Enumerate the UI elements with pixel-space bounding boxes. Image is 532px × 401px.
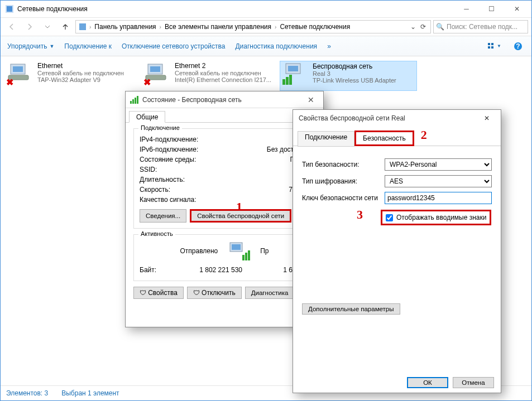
dialog-title: Свойства беспроводной сети Real bbox=[299, 114, 478, 122]
dialog-titlebar: Свойства беспроводной сети Real ✕ bbox=[293, 110, 501, 127]
forward-button[interactable] bbox=[22, 20, 37, 33]
toolbar-disable-device[interactable]: Отключение сетевого устройства bbox=[122, 42, 225, 50]
disable-button[interactable]: 🛡 Отключить bbox=[187, 287, 242, 299]
show-characters-label: Отображать вводимые знаки bbox=[396, 214, 486, 221]
cancel-button[interactable]: Отмена bbox=[453, 377, 494, 388]
network-adapter-icon: ✖ bbox=[7, 62, 33, 88]
svg-rect-19 bbox=[289, 75, 292, 85]
ipv4-label: IPv4-подключение: bbox=[140, 136, 294, 143]
svg-rect-6 bbox=[491, 46, 493, 49]
toolbar-connect[interactable]: Подключение к bbox=[64, 42, 112, 50]
received-label: Пр bbox=[260, 247, 269, 255]
close-button[interactable]: ✕ bbox=[478, 114, 495, 122]
wireless-properties-dialog: Свойства беспроводной сети Real ✕ Подклю… bbox=[293, 109, 501, 393]
dialog-title: Состояние - Беспроводная сеть bbox=[142, 96, 303, 104]
speed-label: Скорость: bbox=[140, 186, 289, 194]
svg-rect-3 bbox=[488, 43, 490, 45]
svg-rect-10 bbox=[13, 66, 23, 72]
svg-rect-17 bbox=[282, 79, 285, 85]
chevron-down-icon[interactable]: ⌄ bbox=[408, 23, 418, 31]
svg-rect-32 bbox=[248, 250, 250, 260]
connection-name: Ethernet bbox=[37, 62, 124, 70]
svg-rect-20 bbox=[130, 101, 132, 104]
minimize-button[interactable]: ─ bbox=[454, 1, 479, 17]
breadcrumb-item[interactable]: Все элементы панели управления bbox=[162, 23, 274, 31]
connection-hardware: TAP-Win32 Adapter V9 bbox=[37, 76, 124, 83]
up-button[interactable] bbox=[57, 20, 73, 33]
connection-hardware: TP-Link Wireless USB Adapter bbox=[313, 77, 396, 84]
diagnose-button[interactable]: Диагностика bbox=[245, 287, 295, 299]
encryption-label: Тип шифрования: bbox=[302, 177, 379, 185]
help-icon[interactable]: ? bbox=[511, 40, 525, 53]
close-button[interactable]: ✕ bbox=[303, 95, 319, 104]
chevron-right-icon[interactable]: › bbox=[274, 24, 277, 30]
advanced-button[interactable]: Дополнительные параметры bbox=[302, 303, 400, 315]
callout-marker-3: 3 bbox=[357, 207, 363, 226]
refresh-icon[interactable]: ⟳ bbox=[418, 23, 428, 31]
toolbar-more[interactable]: » bbox=[327, 42, 331, 50]
details-button[interactable]: Сведения... bbox=[140, 209, 186, 223]
wireless-adapter-icon bbox=[282, 62, 308, 88]
connection-status: Сетевой кабель не подключен bbox=[175, 70, 271, 76]
security-type-label: Тип безопасности: bbox=[302, 161, 379, 168]
svg-rect-30 bbox=[242, 255, 245, 260]
activity-icon bbox=[227, 240, 251, 262]
error-x-icon: ✖ bbox=[6, 77, 13, 88]
chevron-down-icon: ▼ bbox=[49, 44, 54, 49]
ok-button[interactable]: ОК bbox=[407, 377, 448, 388]
toolbar: Упорядочить▼ Подключение к Отключение се… bbox=[1, 36, 531, 56]
breadcrumb-bar[interactable]: › Панель управления › Все элементы панел… bbox=[75, 20, 431, 33]
toolbar-diagnose[interactable]: Диагностика подключения bbox=[235, 42, 317, 50]
chevron-right-icon[interactable]: › bbox=[88, 24, 92, 30]
chevron-right-icon[interactable]: › bbox=[159, 24, 162, 30]
show-characters-row: Отображать вводимые знаки bbox=[381, 210, 491, 225]
show-characters-checkbox[interactable] bbox=[386, 214, 393, 221]
connection-status: Real 3 bbox=[313, 70, 396, 77]
svg-text:?: ? bbox=[516, 42, 520, 50]
maximize-button[interactable]: ☐ bbox=[479, 1, 504, 17]
shield-icon: 🛡 bbox=[140, 289, 146, 297]
ipv6-label: IPv6-подключение: bbox=[140, 146, 267, 153]
svg-rect-22 bbox=[135, 98, 136, 104]
breadcrumb-item[interactable]: Сетевые подключения bbox=[277, 23, 352, 31]
callout-marker-2: 2 bbox=[421, 128, 427, 143]
connection-name: Беспроводная сеть bbox=[313, 62, 396, 70]
shield-icon: 🛡 bbox=[193, 289, 200, 297]
search-input[interactable]: 🔍 Поиск: Сетевые подк... bbox=[433, 20, 528, 33]
breadcrumb-item[interactable]: Панель управления bbox=[92, 23, 158, 31]
control-panel-icon bbox=[78, 22, 87, 31]
svg-rect-31 bbox=[245, 253, 247, 260]
svg-rect-18 bbox=[286, 77, 289, 85]
activity-group: Активность Отправлено Пр Байт: 1 802 221… bbox=[133, 234, 315, 281]
svg-rect-29 bbox=[232, 244, 241, 250]
encryption-select[interactable]: AES bbox=[385, 175, 492, 187]
connection-item-wireless[interactable]: Беспроводная сеть Real 3 TP-Link Wireles… bbox=[280, 61, 417, 91]
sent-label: Отправлено bbox=[180, 247, 218, 255]
connection-group: Подключение IPv4-подключение:Инте IPv6-п… bbox=[133, 128, 315, 229]
toolbar-arrange[interactable]: Упорядочить▼ bbox=[7, 42, 54, 50]
tab-connection[interactable]: Подключение bbox=[298, 131, 354, 147]
properties-button[interactable]: 🛡 Свойства bbox=[133, 287, 184, 299]
close-button[interactable]: ✕ bbox=[504, 1, 529, 17]
tab-general[interactable]: Общие bbox=[129, 111, 165, 123]
recent-dropdown[interactable] bbox=[40, 20, 55, 33]
svg-rect-4 bbox=[491, 43, 493, 45]
svg-rect-1 bbox=[7, 6, 12, 12]
svg-rect-23 bbox=[137, 96, 138, 104]
view-dropdown-icon[interactable]: ▼ bbox=[488, 40, 501, 53]
search-icon: 🔍 bbox=[436, 23, 444, 31]
window-title: Сетевые подключения bbox=[17, 5, 454, 13]
tab-security[interactable]: Безопасность bbox=[354, 131, 414, 146]
security-type-select[interactable]: WPA2-Personal bbox=[385, 158, 492, 171]
connection-status: Сетевой кабель не подключен bbox=[37, 70, 124, 76]
media-label: Состояние среды: bbox=[140, 156, 290, 163]
connection-item-ethernet2[interactable]: ✖ Ethernet 2 Сетевой кабель не подключен… bbox=[142, 61, 280, 91]
svg-rect-21 bbox=[132, 99, 134, 104]
back-button[interactable] bbox=[4, 20, 20, 33]
status-selection: Выбран 1 элемент bbox=[61, 389, 119, 397]
search-placeholder: Поиск: Сетевые подк... bbox=[447, 23, 517, 31]
tabs: Подключение Безопасность 2 bbox=[293, 127, 501, 146]
security-key-input[interactable] bbox=[385, 192, 492, 204]
connection-item-ethernet[interactable]: ✖ Ethernet Сетевой кабель не подключен T… bbox=[5, 61, 142, 91]
dialog-titlebar: Состояние - Беспроводная сеть ✕ bbox=[126, 91, 323, 108]
